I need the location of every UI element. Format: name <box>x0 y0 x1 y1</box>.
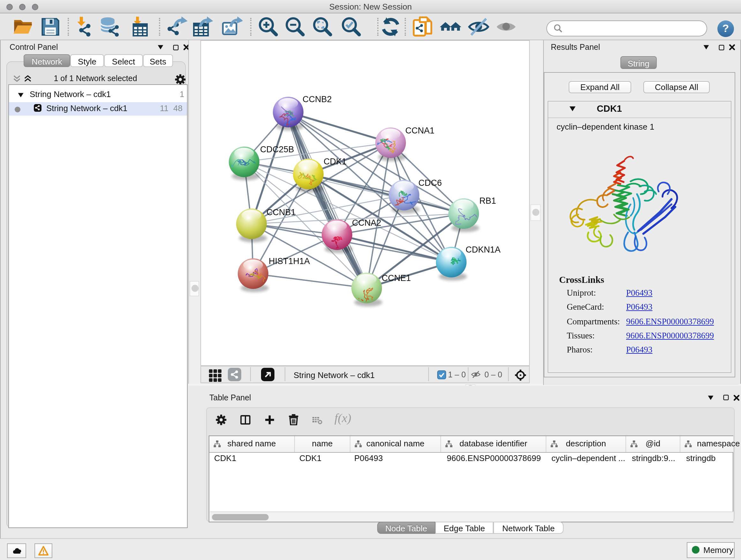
svg-text:CDC6: CDC6 <box>418 178 442 188</box>
svg-text:RB1: RB1 <box>479 196 496 206</box>
svg-text:HIST1H1A: HIST1H1A <box>269 256 310 266</box>
svg-text:CDK1: CDK1 <box>324 157 347 166</box>
svg-text:CCNB2: CCNB2 <box>302 95 332 104</box>
svg-text:CCNB1: CCNB1 <box>266 207 296 217</box>
svg-text:CDC25B: CDC25B <box>260 145 294 154</box>
svg-text:CCNA2: CCNA2 <box>352 218 381 228</box>
svg-text:CCNA1: CCNA1 <box>405 126 434 135</box>
svg-text:CDKN1A: CDKN1A <box>466 245 501 254</box>
svg-text:CCNE1: CCNE1 <box>382 273 411 283</box>
